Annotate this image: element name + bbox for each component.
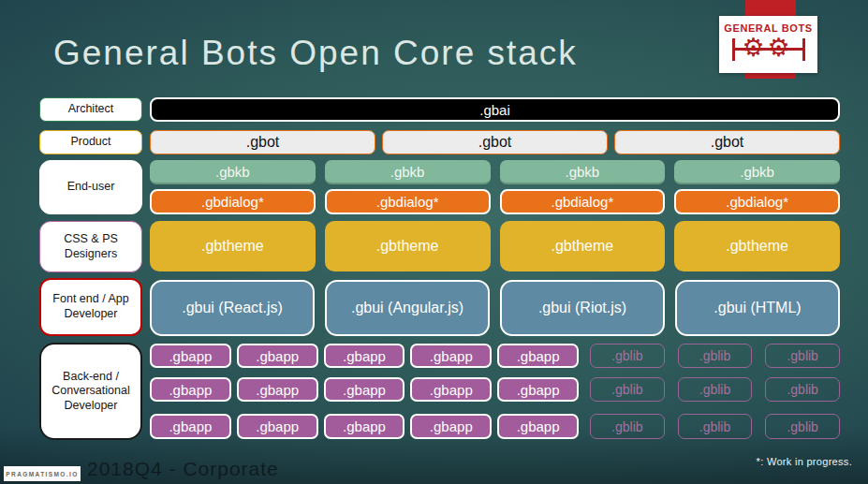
slide: General Bots Open Core stack GENERAL BOT…	[0, 0, 868, 484]
row-label-backend-developer: Back-end / Conversational Developer	[39, 343, 142, 440]
gbui-angular-box: .gbui (Angular.js)	[325, 280, 490, 336]
pragmatismo-logo: PRAGMATISMO.IO	[4, 466, 81, 481]
gbapp-box: .gbapp	[497, 344, 579, 368]
gbapp-box: .gbapp	[150, 344, 231, 368]
row-gbdialog: .gbdialog* .gbdialog* .gbdialog* .gbdial…	[150, 189, 840, 214]
gblib-box: .gblib	[590, 377, 665, 402]
row-gbui: .gbui (React.js) .gbui (Angular.js) .gbu…	[150, 280, 840, 336]
gbdialog-box: .gbdialog*	[325, 189, 491, 214]
gbapp-box: .gbapp	[237, 414, 318, 439]
gear-bar-left	[732, 38, 735, 61]
gear-icon: ⚙	[743, 32, 765, 64]
gbui-react-box: .gbui (React.js)	[150, 280, 315, 336]
gbdialog-box: .gbdialog*	[500, 189, 666, 214]
row-gbkb: .gbkb .gbkb .gbkb .gbkb	[150, 160, 840, 184]
gbkb-box: .gbkb	[325, 160, 491, 184]
gbkb-box: .gbkb	[500, 160, 666, 184]
row-label-text: Architect	[68, 102, 114, 117]
gbapp-box: .gbapp	[150, 377, 231, 402]
row-label-architect: Architect	[39, 97, 142, 122]
row-gbapp-1: .gbapp .gbapp .gbapp .gbapp .gbapp .gbli…	[150, 344, 840, 368]
row-label-product: Product	[39, 130, 142, 154]
gbot-box: .gbot	[382, 130, 608, 154]
slide-footer-caption: 2018Q4 - Corporate	[87, 458, 279, 480]
gear-bar-right	[802, 38, 805, 61]
gbkb-box: .gbkb	[150, 160, 316, 184]
gblib-group: .gblib .gblib .gblib	[590, 377, 840, 402]
gbapp-box: .gbapp	[497, 377, 579, 402]
row-label-text: Product	[70, 135, 110, 150]
gblib-box: .gblib	[765, 344, 840, 368]
gbapp-box: .gbapp	[497, 414, 579, 439]
gblib-group: .gblib .gblib .gblib	[590, 414, 840, 439]
gbapp-group: .gbapp .gbapp .gbapp .gbapp .gbapp	[150, 344, 579, 368]
gbai-box: .gbai	[150, 97, 840, 122]
row-label-text: End-user	[67, 180, 115, 195]
gbdialog-box: .gbdialog*	[674, 189, 840, 214]
gbtheme-box: .gbtheme	[150, 221, 316, 271]
gbdialog-box: .gbdialog*	[150, 189, 316, 214]
gbtheme-box: .gbtheme	[325, 221, 491, 271]
general-bots-logo: GENERAL BOTS ⚙ ⚙	[719, 16, 817, 73]
row-gbot: .gbot .gbot .gbot	[150, 130, 840, 154]
row-gbapp-3: .gbapp .gbapp .gbapp .gbapp .gbapp .gbli…	[150, 414, 840, 439]
gbot-box: .gbot	[614, 130, 840, 154]
gblib-box: .gblib	[590, 414, 665, 439]
gblib-box: .gblib	[678, 344, 753, 368]
work-in-progress-note: *: Work in progress.	[757, 456, 852, 467]
row-gbtheme: .gbtheme .gbtheme .gbtheme .gbtheme	[150, 221, 840, 271]
row-gbapp-2: .gbapp .gbapp .gbapp .gbapp .gbapp .gbli…	[150, 377, 840, 402]
gbapp-box: .gbapp	[410, 414, 492, 439]
pragmatismo-logo-text: PRAGMATISMO.IO	[6, 471, 78, 477]
gblib-box: .gblib	[590, 344, 665, 368]
gbapp-box: .gbapp	[410, 377, 492, 402]
gear-icon: ⚙	[768, 32, 790, 64]
gbapp-group: .gbapp .gbapp .gbapp .gbapp .gbapp	[150, 377, 579, 402]
gblib-box: .gblib	[678, 414, 753, 439]
gears-icon: ⚙ ⚙	[732, 35, 805, 66]
row-label-end-user: End-user	[39, 160, 142, 214]
row-label-text: Font end / App Developer	[49, 292, 133, 321]
gbapp-box: .gbapp	[150, 414, 231, 439]
gblib-box: .gblib	[765, 414, 840, 439]
page-title: General Bots Open Core stack	[53, 34, 578, 73]
gbapp-group: .gbapp .gbapp .gbapp .gbapp .gbapp	[150, 414, 579, 439]
row-label-frontend-developer: Font end / App Developer	[39, 278, 142, 336]
gbtheme-box: .gbtheme	[500, 221, 666, 271]
gbapp-box: .gbapp	[324, 344, 405, 368]
row-label-text: CSS & PS Designers	[48, 232, 134, 261]
gbui-riot-box: .gbui (Riot.js)	[500, 280, 665, 336]
gbapp-box: .gbapp	[324, 414, 405, 439]
row-gbai: .gbai	[150, 97, 840, 122]
gbot-box: .gbot	[150, 130, 375, 154]
gblib-box: .gblib	[765, 377, 840, 402]
row-label-designers: CSS & PS Designers	[39, 221, 142, 272]
gbapp-box: .gbapp	[237, 377, 318, 402]
gblib-box: .gblib	[678, 377, 753, 402]
gbapp-box: .gbapp	[237, 344, 318, 368]
gbui-html-box: .gbui (HTML)	[675, 280, 840, 336]
gbtheme-box: .gbtheme	[674, 221, 840, 271]
gbapp-box: .gbapp	[410, 344, 492, 368]
gblib-group: .gblib .gblib .gblib	[590, 344, 840, 368]
gbapp-box: .gbapp	[324, 377, 405, 402]
gbkb-box: .gbkb	[674, 160, 840, 184]
row-label-text: Back-end / Conversational Developer	[49, 370, 133, 414]
